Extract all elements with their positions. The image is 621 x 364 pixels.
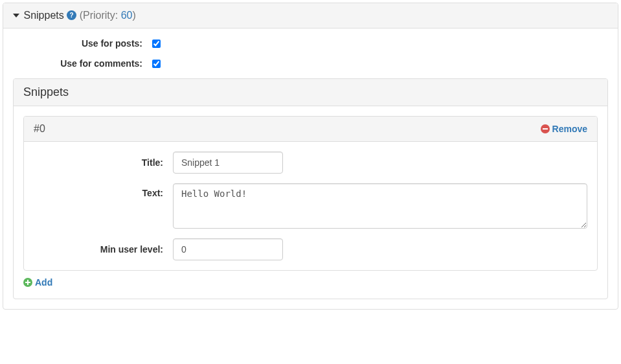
- title-group: Title:: [34, 152, 587, 174]
- text-input[interactable]: [173, 183, 587, 229]
- add-label: Add: [35, 277, 52, 288]
- snippets-list-heading: Snippets: [14, 79, 607, 106]
- add-icon: [23, 278, 32, 287]
- priority-label: Priority:: [83, 10, 118, 21]
- remove-icon: [541, 124, 550, 133]
- panel-heading[interactable]: Snippets ? (Priority: 60): [3, 3, 618, 28]
- text-group: Text:: [34, 183, 587, 229]
- min-level-input[interactable]: [173, 238, 283, 260]
- use-for-comments-group: Use for comments:: [13, 58, 608, 69]
- use-for-posts-group: Use for posts:: [13, 38, 608, 49]
- min-level-group: Min user level:: [34, 238, 587, 260]
- use-for-posts-label: Use for posts:: [13, 38, 152, 49]
- title-label: Title:: [34, 157, 173, 168]
- snippet-index: #0: [34, 123, 45, 135]
- remove-label: Remove: [552, 124, 587, 134]
- snippet-item-body: Title: Text: Min user le: [24, 142, 597, 270]
- snippet-item: #0 Remove Title:: [23, 116, 598, 271]
- priority-wrap: (Priority: 60): [80, 10, 136, 21]
- add-button[interactable]: Add: [23, 277, 52, 288]
- min-level-label: Min user level:: [34, 244, 173, 255]
- use-for-comments-label: Use for comments:: [13, 58, 152, 69]
- use-for-comments-checkbox[interactable]: [152, 60, 161, 68]
- remove-button[interactable]: Remove: [541, 124, 587, 134]
- help-icon[interactable]: ?: [67, 10, 76, 20]
- text-label: Text:: [34, 183, 173, 198]
- caret-down-icon: [13, 14, 19, 17]
- title-input[interactable]: [173, 152, 283, 174]
- snippets-list-body: #0 Remove Title:: [14, 106, 607, 299]
- snippets-panel: Snippets ? (Priority: 60) Use for posts:…: [3, 3, 618, 310]
- priority-value[interactable]: 60: [121, 10, 133, 21]
- panel-title: Snippets: [23, 10, 63, 21]
- panel-body: Use for posts: Use for comments: Snippet…: [3, 28, 618, 309]
- snippet-item-heading: #0 Remove: [24, 117, 597, 142]
- snippets-list-panel: Snippets #0 Remove Title:: [13, 78, 608, 299]
- use-for-posts-checkbox[interactable]: [152, 40, 161, 48]
